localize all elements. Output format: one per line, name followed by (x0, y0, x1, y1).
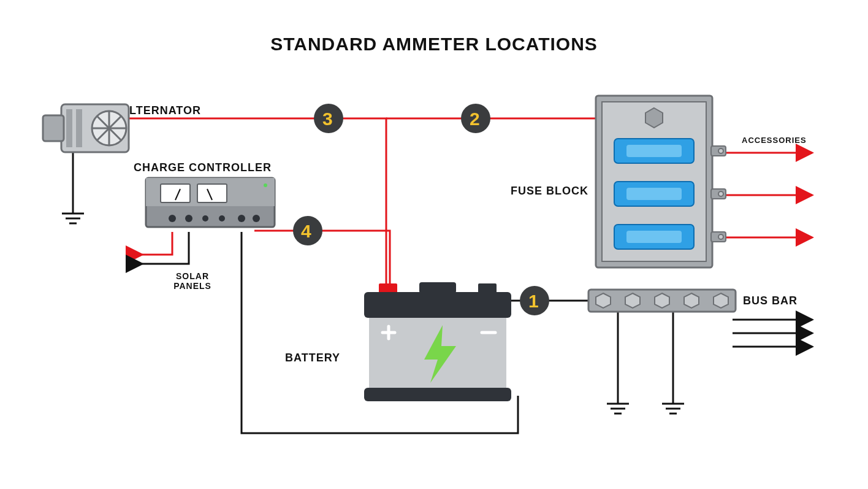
diagram-stage: STANDARD AMMETER LOCATIONS ALTERNATOR CH… (0, 0, 868, 489)
svg-point-22 (169, 215, 176, 222)
marker-2-text: 2 (470, 109, 481, 129)
svg-rect-45 (626, 188, 682, 200)
svg-rect-44 (626, 145, 682, 157)
alternator-icon (43, 104, 129, 152)
svg-rect-17 (76, 109, 82, 147)
marker-3-text: 3 (322, 109, 333, 129)
fuse-block-icon (596, 96, 726, 268)
charge-controller-icon (146, 178, 275, 227)
svg-marker-57 (684, 293, 699, 308)
svg-rect-32 (364, 292, 511, 318)
svg-rect-16 (66, 109, 72, 147)
svg-marker-54 (596, 293, 611, 308)
diagram-svg (0, 0, 868, 489)
svg-point-52 (718, 234, 723, 239)
svg-point-24 (202, 215, 208, 221)
bus-bar-icon (588, 290, 736, 312)
svg-rect-34 (364, 388, 511, 401)
svg-rect-10 (43, 115, 64, 141)
marker-1-text: 1 (528, 291, 539, 312)
svg-point-27 (253, 215, 260, 222)
svg-marker-55 (625, 293, 640, 308)
marker-4-text: 4 (301, 221, 312, 242)
svg-point-23 (185, 215, 192, 222)
svg-marker-40 (645, 108, 663, 128)
svg-marker-56 (655, 293, 669, 308)
battery-icon (364, 282, 511, 401)
svg-rect-31 (419, 282, 456, 293)
svg-point-51 (718, 191, 723, 196)
svg-marker-58 (714, 293, 728, 308)
svg-point-26 (238, 215, 245, 222)
svg-rect-46 (626, 231, 682, 243)
svg-point-28 (264, 183, 267, 187)
svg-point-50 (718, 148, 723, 153)
svg-point-25 (219, 215, 225, 221)
